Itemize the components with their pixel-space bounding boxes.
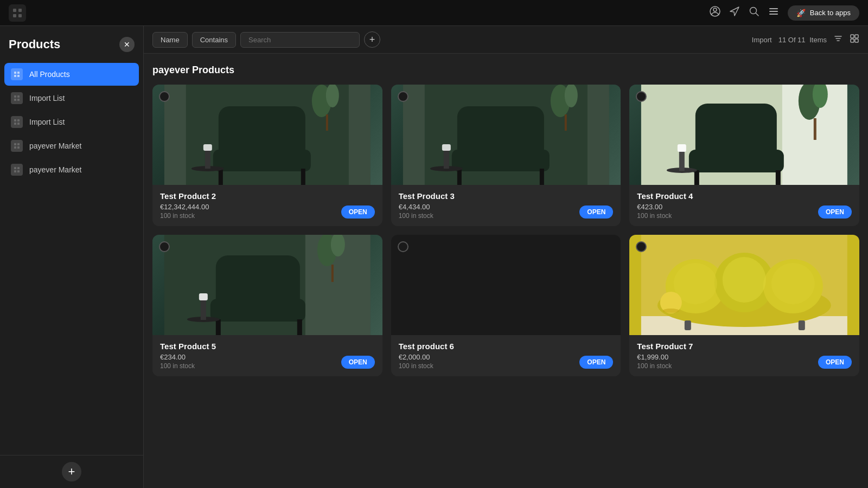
product-open-button-5[interactable]: OPEN <box>341 356 375 369</box>
svg-rect-84 <box>403 235 609 335</box>
product-card-2: Test Product 2 €12,342,444.00 100 in sto… <box>152 85 382 226</box>
filter-bar: Name Contains + Import 11 Of 11 Items <box>144 26 868 54</box>
svg-rect-0 <box>13 9 16 12</box>
svg-point-93 <box>771 263 815 304</box>
sidebar-item-all-products[interactable]: All Products <box>4 63 139 86</box>
products-grid: Test Product 2 €12,342,444.00 100 in sto… <box>152 85 859 376</box>
main-layout: Products ✕ All Products <box>0 26 868 488</box>
sidebar-item-payever-market-1-label: payever Market <box>29 142 81 150</box>
sidebar-item-payever-market-2[interactable]: payever Market <box>4 158 139 181</box>
product-card-7: Test Product 7 €1,999.00 100 in stock OP… <box>629 235 859 376</box>
import-button[interactable]: Import <box>752 36 772 44</box>
sort-button[interactable] <box>833 34 843 46</box>
sidebar-close-button[interactable]: ✕ <box>119 37 135 52</box>
svg-rect-52 <box>451 150 549 171</box>
account-icon[interactable] <box>710 6 720 20</box>
search-input[interactable] <box>240 32 360 48</box>
svg-rect-17 <box>17 99 20 101</box>
svg-rect-8 <box>769 11 778 12</box>
svg-rect-24 <box>14 146 16 149</box>
sidebar-item-import-list-2[interactable]: Import List <box>4 111 139 133</box>
svg-point-97 <box>663 309 679 313</box>
top-nav: 🚀 Back to apps <box>0 0 868 26</box>
svg-rect-67 <box>694 170 699 185</box>
rocket-icon: 🚀 <box>796 9 806 17</box>
section-title: payever Products <box>152 65 859 76</box>
svg-point-36 <box>326 85 339 107</box>
svg-rect-20 <box>14 123 16 125</box>
svg-rect-40 <box>219 169 223 185</box>
svg-rect-94 <box>685 320 691 330</box>
product-image-container-4 <box>629 85 859 185</box>
svg-rect-21 <box>17 123 20 125</box>
grid-view-button[interactable] <box>850 34 859 46</box>
product-name-4: Test Product 4 <box>637 191 852 201</box>
product-open-button-7[interactable]: OPEN <box>818 356 852 369</box>
product-select-radio-3[interactable] <box>398 91 409 102</box>
svg-rect-54 <box>539 169 544 185</box>
svg-rect-29 <box>17 170 20 172</box>
svg-rect-44 <box>203 144 212 151</box>
product-name-5: Test Product 5 <box>160 342 375 351</box>
product-name-2: Test Product 2 <box>160 191 375 201</box>
search-icon[interactable] <box>749 6 760 20</box>
svg-rect-13 <box>17 75 20 77</box>
sidebar-add-button[interactable]: + <box>62 462 81 481</box>
sidebar-item-all-products-label: All Products <box>29 70 70 79</box>
product-open-button-6[interactable]: OPEN <box>579 356 613 369</box>
back-to-apps-button[interactable]: 🚀 Back to apps <box>788 5 859 21</box>
product-open-button-4[interactable]: OPEN <box>818 206 852 219</box>
svg-rect-18 <box>14 119 16 121</box>
sidebar-item-import-list-1[interactable]: Import List <box>4 87 139 110</box>
sidebar-item-import-list-2-label: Import List <box>29 118 65 126</box>
svg-rect-22 <box>14 143 16 145</box>
svg-rect-80 <box>297 319 302 335</box>
svg-rect-1 <box>18 9 22 12</box>
svg-rect-27 <box>17 167 20 169</box>
svg-rect-39 <box>213 150 311 171</box>
product-select-radio-6[interactable] <box>398 241 409 252</box>
product-image-container-3 <box>391 85 621 185</box>
send-icon[interactable] <box>729 6 740 20</box>
svg-rect-31 <box>855 35 858 38</box>
svg-rect-33 <box>855 39 858 42</box>
filter-contains-chip[interactable]: Contains <box>192 32 236 48</box>
product-name-7: Test Product 7 <box>637 342 852 351</box>
sidebar-item-icon <box>11 92 23 104</box>
sidebar: Products ✕ All Products <box>0 26 144 488</box>
product-select-radio-5[interactable] <box>159 241 170 252</box>
product-image-container-5 <box>152 235 382 335</box>
svg-rect-37 <box>326 114 328 131</box>
sidebar-item-icon <box>11 164 23 176</box>
svg-rect-15 <box>17 95 20 98</box>
product-name-6: Test product 6 <box>399 342 614 351</box>
items-label: Items <box>809 36 827 44</box>
items-count-value: 11 Of 11 <box>778 36 806 44</box>
svg-rect-76 <box>331 265 334 282</box>
svg-rect-32 <box>851 39 854 42</box>
sidebar-item-import-list-1-label: Import List <box>29 94 65 102</box>
product-image-container-7 <box>629 235 859 335</box>
filter-add-button[interactable]: + <box>364 31 380 48</box>
filter-bar-right: Import 11 Of 11 Items <box>752 34 859 46</box>
sidebar-title: Products <box>9 37 60 52</box>
svg-rect-41 <box>301 169 305 185</box>
svg-rect-10 <box>14 72 16 74</box>
svg-rect-59 <box>587 85 609 185</box>
svg-rect-53 <box>457 169 461 185</box>
product-card-5: Test Product 5 €234.00 100 in stock OPEN <box>152 235 382 376</box>
sidebar-item-payever-market-1[interactable]: payever Market <box>4 134 139 157</box>
svg-rect-12 <box>14 75 16 77</box>
items-count: 11 Of 11 Items <box>778 36 827 44</box>
product-open-button-2[interactable]: OPEN <box>341 206 375 219</box>
filter-name-chip[interactable]: Name <box>152 32 188 48</box>
svg-rect-7 <box>769 8 778 9</box>
product-open-button-3[interactable]: OPEN <box>579 206 613 219</box>
nav-left <box>9 4 26 22</box>
product-select-radio-2[interactable] <box>159 91 170 102</box>
menu-icon[interactable] <box>768 6 779 20</box>
sidebar-items-list: All Products Import List <box>0 61 143 455</box>
app-logo[interactable] <box>9 4 26 22</box>
svg-rect-30 <box>851 35 854 38</box>
svg-rect-19 <box>17 119 20 121</box>
